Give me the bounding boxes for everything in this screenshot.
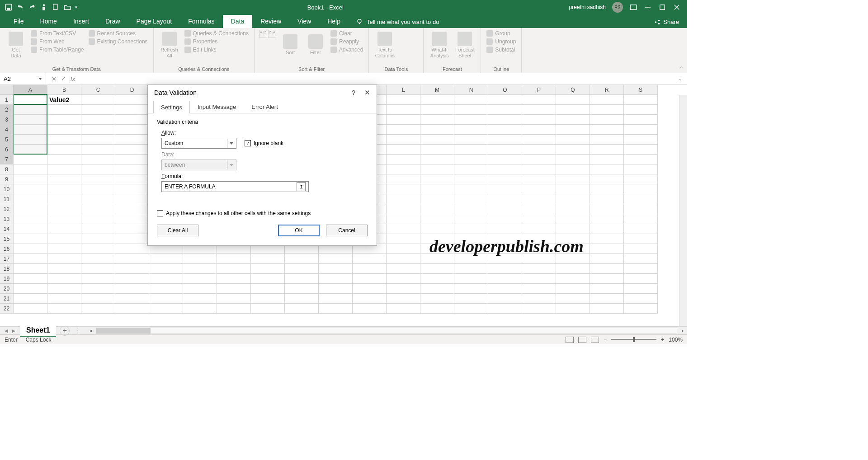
cell[interactable] [488, 125, 522, 135]
cell[interactable] [81, 145, 115, 155]
text-to-columns-button[interactable]: Text to Columns [373, 30, 396, 61]
share-button[interactable]: Share [654, 19, 687, 28]
cell[interactable] [420, 224, 454, 234]
page-layout-view-icon[interactable] [578, 337, 586, 343]
cell[interactable] [454, 135, 488, 145]
cell[interactable] [14, 145, 47, 155]
from-web-button[interactable]: From Web [30, 38, 85, 45]
cell[interactable] [353, 254, 387, 264]
cell[interactable] [319, 274, 353, 284]
row-header[interactable]: 20 [0, 284, 14, 294]
cell[interactable] [522, 164, 556, 174]
cell[interactable] [522, 145, 556, 155]
column-header[interactable]: O [488, 85, 522, 95]
close-dialog-icon[interactable]: ✕ [364, 89, 370, 97]
cell[interactable] [14, 194, 47, 204]
row-header[interactable]: 16 [0, 244, 14, 254]
cell[interactable] [81, 135, 115, 145]
cell[interactable] [387, 164, 420, 174]
cell[interactable] [556, 194, 590, 204]
cell[interactable] [624, 214, 658, 224]
column-header[interactable]: D [115, 85, 149, 95]
advanced-button[interactable]: Advanced [330, 46, 364, 53]
cell[interactable] [488, 105, 522, 115]
column-header[interactable]: B [47, 85, 81, 95]
cell[interactable] [556, 145, 590, 155]
cell[interactable] [522, 294, 556, 304]
cell[interactable] [624, 274, 658, 284]
cell[interactable] [488, 115, 522, 125]
cell[interactable] [556, 135, 590, 145]
cell[interactable] [522, 284, 556, 294]
cell[interactable] [387, 145, 420, 155]
row-header[interactable]: 10 [0, 184, 14, 194]
cell[interactable] [590, 155, 624, 164]
cell[interactable] [624, 115, 658, 125]
cell[interactable] [14, 274, 47, 284]
ignore-blank-checkbox[interactable]: ✓ Ignore blank [245, 140, 283, 146]
row-header[interactable]: 14 [0, 224, 14, 234]
cell[interactable] [115, 95, 149, 105]
cell[interactable] [387, 254, 420, 264]
tab-help[interactable]: Help [319, 15, 349, 28]
cell[interactable] [353, 264, 387, 274]
cell[interactable] [14, 254, 47, 264]
row-header[interactable]: 12 [0, 204, 14, 214]
cell[interactable] [251, 284, 285, 294]
cell[interactable] [14, 135, 47, 145]
cell[interactable] [115, 284, 149, 294]
row-header[interactable]: 7 [0, 155, 14, 164]
cell[interactable] [149, 284, 183, 294]
cell[interactable] [387, 284, 420, 294]
properties-button[interactable]: Properties [184, 38, 250, 45]
cell[interactable] [47, 234, 81, 244]
cell[interactable] [522, 174, 556, 184]
recent-sources-button[interactable]: Recent Sources [88, 30, 149, 37]
cell[interactable] [14, 105, 47, 115]
cell[interactable] [488, 174, 522, 184]
cell[interactable] [454, 95, 488, 105]
vertical-scrollbar[interactable] [679, 95, 687, 326]
cell[interactable] [522, 194, 556, 204]
cell[interactable] [14, 294, 47, 304]
cell[interactable] [14, 214, 47, 224]
cell[interactable] [420, 125, 454, 135]
cell[interactable] [624, 135, 658, 145]
cell[interactable] [81, 224, 115, 234]
cell[interactable] [488, 95, 522, 105]
cell[interactable] [47, 135, 81, 145]
cell[interactable] [14, 264, 47, 274]
cell[interactable] [590, 194, 624, 204]
cell[interactable] [217, 294, 251, 304]
cell[interactable] [454, 125, 488, 135]
row-header[interactable]: 1 [0, 95, 14, 105]
cell[interactable] [590, 105, 624, 115]
redo-icon[interactable] [28, 3, 36, 11]
cell[interactable] [115, 274, 149, 284]
row-header[interactable]: 6 [0, 145, 14, 155]
cell[interactable] [47, 224, 81, 234]
cell[interactable] [285, 274, 319, 284]
cell[interactable] [590, 294, 624, 304]
cell[interactable] [81, 274, 115, 284]
cell[interactable] [556, 115, 590, 125]
cell[interactable] [522, 264, 556, 274]
cell[interactable] [387, 294, 420, 304]
cell[interactable] [115, 294, 149, 304]
hscroll-left-icon[interactable]: ◂ [86, 328, 95, 333]
cell[interactable] [387, 214, 420, 224]
row-header[interactable]: 11 [0, 194, 14, 204]
subtotal-button[interactable]: Subtotal [486, 46, 517, 53]
cell[interactable] [454, 284, 488, 294]
cell[interactable] [454, 214, 488, 224]
tab-formulas[interactable]: Formulas [180, 15, 222, 28]
column-header[interactable]: C [81, 85, 115, 95]
cell[interactable] [556, 284, 590, 294]
column-header[interactable]: S [624, 85, 658, 95]
cell[interactable] [454, 184, 488, 194]
cell[interactable] [556, 274, 590, 284]
cell[interactable] [14, 204, 47, 214]
dialog-titlebar[interactable]: Data Validation ? ✕ [148, 85, 377, 100]
cell[interactable] [590, 214, 624, 224]
cell[interactable] [81, 115, 115, 125]
